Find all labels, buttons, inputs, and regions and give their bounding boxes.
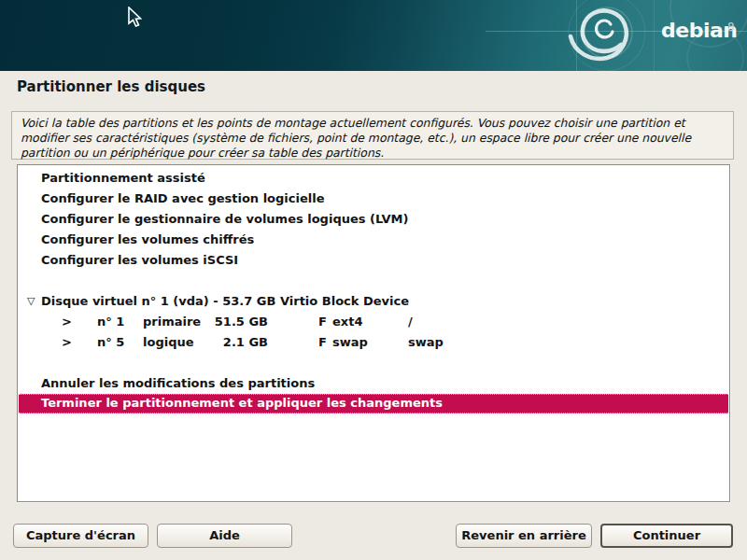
go-back-button[interactable]: Revenir en arrière [456,524,592,548]
list-item-partition-1[interactable]: > n° 1 primaire 51.5 GB F ext4 / [19,313,728,332]
mouse-cursor [128,7,143,29]
partition-marker: > [62,335,72,349]
list-item-configure-encrypted[interactable]: Configurer les volumes chiffrés [19,231,728,250]
partition-flag: F [318,335,327,349]
partition-size: 2.1 GB [191,335,268,349]
partition-type: logique [143,335,194,349]
continue-button[interactable]: Continuer [600,524,733,548]
list-item-disk-header[interactable]: ▽ Disque virtuel n° 1 (vda) - 53.7 GB Vi… [19,292,728,312]
debian-version: 8 [727,21,735,34]
partition-list: Partitionnement assisté Configurer le RA… [17,164,730,502]
list-item-configure-lvm[interactable]: Configurer le gestionnaire de volumes lo… [19,210,728,230]
partition-mountpoint: / [408,315,413,329]
list-item-undo-changes[interactable]: Annuler les modifications des partitions [19,374,728,394]
disk-label: Disque virtuel n° 1 (vda) - 53.7 GB Virt… [41,294,409,308]
list-item-partition-5[interactable]: > n° 5 logique 2.1 GB F swap swap [19,333,728,353]
partition-marker: > [62,315,72,329]
description-box: Voici la table des partitions et les poi… [11,111,734,160]
list-item-finish-partitioning[interactable]: Terminer le partitionnement et appliquer… [19,394,728,413]
partition-mountpoint: swap [408,335,444,349]
partition-flag: F [318,315,327,329]
list-item-configure-raid[interactable]: Configurer le RAID avec gestion logiciel… [19,189,728,209]
list-item-configure-iscsi[interactable]: Configurer les volumes iSCSI [19,251,728,271]
expander-down-icon[interactable]: ▽ [27,295,35,307]
list-item-guided-partitioning[interactable]: Partitionnement assisté [19,169,728,189]
screenshot-button[interactable]: Capture d'écran [13,524,148,548]
help-button[interactable]: Aide [157,524,292,548]
banner: debian 8 [0,0,747,71]
description-text: Voici la table des partitions et les poi… [21,116,725,161]
debian-wordmark: debian [661,19,737,42]
partition-size: 51.5 GB [191,315,268,329]
partition-filesystem: swap [332,335,368,349]
partition-filesystem: ext4 [332,315,362,329]
partition-number: n° 1 [97,315,124,329]
page-title: Partitionner les disques [17,78,205,95]
partition-number: n° 5 [97,335,124,349]
